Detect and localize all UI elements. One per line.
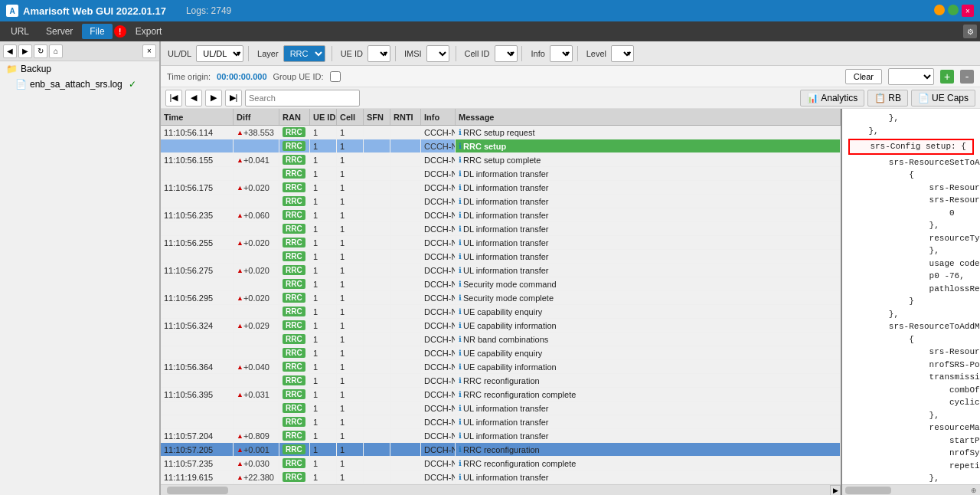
td-time: 11:10:57.204 bbox=[161, 429, 234, 442]
td-ueid: 1 bbox=[310, 374, 337, 387]
table-row[interactable]: RRC 1 1 DCCH-NR ℹ Security mode command bbox=[161, 277, 841, 291]
td-time bbox=[161, 250, 234, 263]
table-row[interactable]: RRC 1 1 DCCH-NR ℹ DL information transfe… bbox=[161, 195, 841, 208]
ue-caps-btn[interactable]: 📄 UE Caps bbox=[911, 90, 975, 107]
table-row[interactable]: 11:10:56.364 ▲+0.040 RRC 1 1 DCCH-NR ℹ U… bbox=[161, 360, 841, 374]
level-label: Level bbox=[584, 49, 609, 58]
menu-export[interactable]: Export bbox=[128, 24, 170, 39]
table-row[interactable]: RRC 1 1 DCCH-NR ℹ UE capability enquiry bbox=[161, 305, 841, 319]
table-row[interactable]: 11:11:19.615 ▲+22.380 RRC 1 1 DCCH-NR ℹ … bbox=[161, 470, 841, 484]
cellid-select[interactable] bbox=[495, 45, 518, 62]
td-rnti bbox=[390, 443, 421, 456]
table-row[interactable]: 11:10:56.235 ▲+0.060 RRC 1 1 DCCH-NR ℹ D… bbox=[161, 208, 841, 222]
maximize-btn[interactable] bbox=[948, 5, 959, 15]
menu-server[interactable]: Server bbox=[38, 24, 80, 39]
group-ue-checkbox[interactable] bbox=[330, 71, 341, 82]
table-row[interactable]: RRC 1 1 DCCH-NR ℹ UL information transfe… bbox=[161, 415, 841, 429]
rb-btn[interactable]: 📋 RB bbox=[867, 90, 908, 107]
sidebar-folder-backup[interactable]: 📁 Backup bbox=[0, 61, 159, 77]
info-select[interactable] bbox=[550, 45, 573, 62]
table-row[interactable]: RRC 1 1 DCCH-NR ℹ UL information transfe… bbox=[161, 250, 841, 264]
sidebar-forward-btn[interactable]: ▶ bbox=[18, 44, 32, 58]
menu-settings-icon[interactable]: ⚙ bbox=[963, 25, 977, 38]
imsi-select[interactable] bbox=[426, 45, 449, 62]
table-row[interactable]: 11:10:57.205 ▲+0.001 RRC 1 1 DCCH-NR ℹ R… bbox=[161, 443, 841, 457]
sidebar-close-btn[interactable]: × bbox=[142, 44, 156, 58]
nav-prev-btn[interactable]: ◀ bbox=[185, 90, 202, 107]
td-sfn bbox=[364, 264, 390, 277]
table-row[interactable]: 11:10:56.295 ▲+0.020 RRC 1 1 DCCH-NR ℹ S… bbox=[161, 291, 841, 305]
td-info: DCCH-NR bbox=[421, 429, 456, 442]
h-scrollbar[interactable]: ▶ bbox=[161, 484, 841, 495]
clear-button[interactable]: Clear bbox=[845, 69, 882, 84]
td-ran: RRC bbox=[279, 374, 310, 387]
log-table-area: Time Diff RAN UE ID Cell SFN RNTI Info M… bbox=[161, 109, 842, 495]
sidebar-file-log[interactable]: 📄 enb_sa_attach_srs.log ✓ bbox=[0, 77, 159, 92]
td-info: CCCH-NR bbox=[421, 139, 456, 152]
close-btn[interactable]: × bbox=[962, 5, 974, 17]
table-row[interactable]: RRC 1 1 DCCH-NR ℹ NR band combinations bbox=[161, 333, 841, 346]
td-diff: ▲+0.020 bbox=[234, 236, 279, 249]
table-row[interactable]: RRC 1 1 CCCH-NR ℹ RRC setup bbox=[161, 139, 841, 153]
cellid-label: Cell ID bbox=[462, 49, 492, 58]
group-ue-label: Group UE ID: bbox=[273, 72, 324, 81]
table-row[interactable]: 11:10:56.175 ▲+0.020 RRC 1 1 DCCH-NR ℹ D… bbox=[161, 181, 841, 195]
remove-filter-btn[interactable]: - bbox=[960, 70, 974, 84]
uldl-select[interactable]: UL/DL UL DL bbox=[196, 45, 243, 62]
h-scroll-right[interactable]: ▶ bbox=[830, 485, 841, 496]
td-cell: 1 bbox=[337, 167, 364, 180]
table-row[interactable]: RRC 1 1 DCCH-NR ℹ UL information transfe… bbox=[161, 402, 841, 415]
ueid-select[interactable] bbox=[368, 45, 390, 62]
nav-last-btn[interactable]: ▶| bbox=[225, 90, 242, 107]
sidebar-home-btn[interactable]: ⌂ bbox=[49, 44, 63, 58]
nav-first-btn[interactable]: |◀ bbox=[165, 90, 182, 107]
table-row[interactable]: RRC 1 1 DCCH-NR ℹ UE capability enquiry bbox=[161, 346, 841, 360]
table-row[interactable]: 11:10:56.255 ▲+0.020 RRC 1 1 DCCH-NR ℹ U… bbox=[161, 236, 841, 250]
table-row[interactable]: 11:10:56.324 ▲+0.029 RRC 1 1 DCCH-NR ℹ U… bbox=[161, 319, 841, 333]
layer-select[interactable]: RRC MAC PHY bbox=[283, 45, 325, 62]
info-icon: ℹ bbox=[459, 142, 462, 150]
table-row[interactable]: 11:10:57.204 ▲+0.809 RRC 1 1 DCCH-NR ℹ U… bbox=[161, 429, 841, 443]
sidebar-back-btn[interactable]: ◀ bbox=[3, 44, 17, 58]
info-label: Info bbox=[528, 49, 547, 58]
right-h-scrollbar[interactable]: ⊕ bbox=[842, 484, 980, 495]
info-icon: ℹ bbox=[459, 280, 462, 288]
td-ueid: 1 bbox=[310, 277, 337, 290]
td-ran: RRC bbox=[279, 415, 310, 428]
td-sfn bbox=[364, 195, 390, 208]
error-badge[interactable]: ! bbox=[114, 25, 126, 38]
nav-next-btn[interactable]: ▶ bbox=[205, 90, 222, 107]
td-message: ℹ UE capability information bbox=[456, 360, 841, 373]
message-text: DL information transfer bbox=[463, 197, 548, 206]
minimize-btn[interactable] bbox=[934, 5, 945, 15]
analytics-btn[interactable]: 📊 Analytics bbox=[800, 90, 864, 107]
table-row[interactable]: RRC 1 1 DCCH-NR ℹ DL information transfe… bbox=[161, 222, 841, 236]
menu-file[interactable]: File bbox=[82, 24, 112, 39]
sidebar-refresh-btn[interactable]: ↻ bbox=[34, 44, 47, 58]
table-row[interactable]: 11:10:56.395 ▲+0.031 RRC 1 1 DCCH-NR ℹ R… bbox=[161, 388, 841, 402]
rrc-badge: RRC bbox=[283, 251, 305, 261]
info-icon: ℹ bbox=[459, 321, 462, 329]
table-row[interactable]: RRC 1 1 DCCH-NR ℹ RRC reconfiguration bbox=[161, 374, 841, 388]
menu-url[interactable]: URL bbox=[3, 24, 37, 39]
search-input[interactable] bbox=[245, 90, 360, 107]
table-row[interactable]: 11:10:56.275 ▲+0.020 RRC 1 1 DCCH-NR ℹ U… bbox=[161, 264, 841, 277]
table-row[interactable]: 11:10:57.235 ▲+0.030 RRC 1 1 DCCH-NR ℹ R… bbox=[161, 457, 841, 470]
clear-select[interactable] bbox=[888, 68, 934, 85]
h-scroll-thumb[interactable] bbox=[167, 487, 228, 494]
td-ueid: 1 bbox=[310, 360, 337, 373]
table-row[interactable]: RRC 1 1 DCCH-NR ℹ DL information transfe… bbox=[161, 167, 841, 181]
table-row[interactable]: 11:10:56.155 ▲+0.041 RRC 1 1 DCCH-NR ℹ R… bbox=[161, 153, 841, 167]
level-select[interactable] bbox=[611, 45, 634, 62]
td-time: 11:10:56.324 bbox=[161, 319, 234, 332]
layer-label: Layer bbox=[255, 49, 281, 58]
rrc-badge: RRC bbox=[283, 224, 305, 234]
right-h-scroll-thumb[interactable] bbox=[845, 487, 891, 494]
main-toolbar: UL/DL UL/DL UL DL ▼ Layer RRC MAC PHY bbox=[161, 41, 980, 66]
add-filter-btn[interactable]: + bbox=[940, 70, 954, 84]
table-row[interactable]: 11:10:56.114 ▲+38.553 RRC 1 1 CCCH-NR ℹ … bbox=[161, 126, 841, 139]
td-cell: 1 bbox=[337, 277, 364, 290]
th-info: Info bbox=[421, 109, 456, 125]
td-cell: 1 bbox=[337, 208, 364, 221]
divider-1 bbox=[248, 46, 249, 61]
